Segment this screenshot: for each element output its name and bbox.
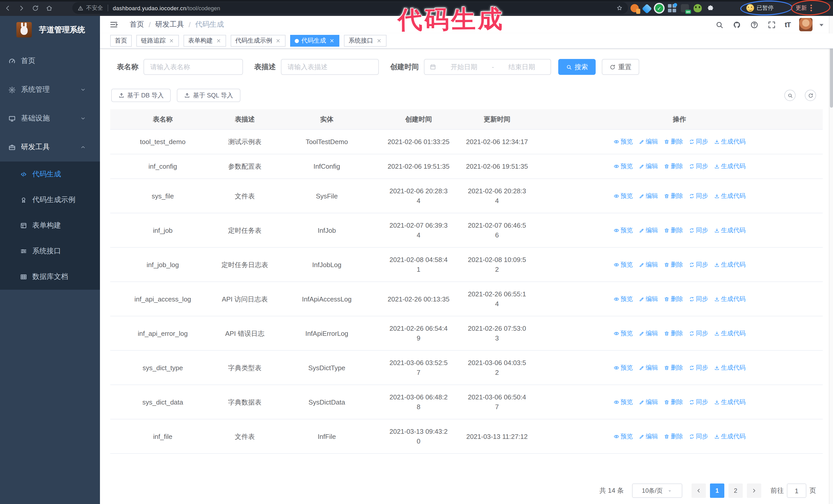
- action-预览[interactable]: 预览: [613, 431, 633, 441]
- extension-alien-icon[interactable]: [694, 4, 702, 12]
- browser-profile-chip[interactable]: 已暂停: [746, 3, 774, 13]
- search-icon[interactable]: [715, 20, 724, 29]
- tab-首页[interactable]: 首页: [110, 35, 132, 47]
- tab-close-icon[interactable]: [275, 38, 281, 44]
- search-button[interactable]: 搜索: [558, 59, 596, 75]
- action-同步[interactable]: 同步: [689, 397, 708, 407]
- import-db-button[interactable]: 基于 DB 导入: [111, 89, 171, 102]
- action-删除[interactable]: 删除: [664, 162, 683, 171]
- action-同步[interactable]: 同步: [689, 431, 708, 441]
- action-编辑[interactable]: 编辑: [639, 225, 658, 235]
- browser-home-button[interactable]: [45, 4, 54, 13]
- tab-系统接口[interactable]: 系统接口: [344, 35, 386, 47]
- action-删除[interactable]: 删除: [664, 225, 683, 235]
- tab-close-icon[interactable]: [168, 38, 174, 44]
- sidebar-item-系统管理[interactable]: 系统管理: [0, 75, 100, 104]
- sidebar-item-系统接口[interactable]: 系统接口: [0, 238, 100, 264]
- scrollbar-thumb[interactable]: [830, 41, 833, 108]
- action-同步[interactable]: 同步: [689, 162, 708, 171]
- action-同步[interactable]: 同步: [689, 260, 708, 269]
- action-预览[interactable]: 预览: [613, 260, 633, 269]
- action-生成代码[interactable]: 生成代码: [714, 397, 745, 407]
- tab-close-icon[interactable]: [215, 38, 221, 44]
- extension-dark-icon[interactable]: on: [681, 4, 689, 12]
- create-time-range-picker[interactable]: 开始日期 - 结束日期: [424, 59, 551, 75]
- action-生成代码[interactable]: 生成代码: [714, 191, 745, 201]
- page-button-1[interactable]: 1: [710, 483, 724, 498]
- action-同步[interactable]: 同步: [689, 329, 708, 338]
- action-预览[interactable]: 预览: [613, 363, 633, 373]
- action-编辑[interactable]: 编辑: [639, 260, 658, 269]
- action-生成代码[interactable]: 生成代码: [714, 363, 745, 373]
- user-avatar[interactable]: [799, 18, 812, 31]
- tab-链路追踪[interactable]: 链路追踪: [136, 35, 179, 47]
- action-编辑[interactable]: 编辑: [639, 329, 658, 338]
- browser-forward-button[interactable]: [17, 4, 26, 13]
- sidebar-item-研发工具[interactable]: 研发工具: [0, 133, 100, 162]
- avatar-caret-down-icon[interactable]: [817, 20, 826, 29]
- extension-gem-icon[interactable]: [642, 4, 652, 14]
- tab-代码生成示例[interactable]: 代码生成示例: [231, 35, 286, 47]
- tab-close-icon[interactable]: [329, 38, 335, 44]
- bookmark-star-icon[interactable]: [616, 5, 623, 11]
- tab-表单构建[interactable]: 表单构建: [184, 35, 226, 47]
- extension-orange-icon[interactable]: [630, 4, 639, 12]
- action-生成代码[interactable]: 生成代码: [714, 431, 745, 441]
- extension-puzzle-icon[interactable]: [706, 4, 715, 12]
- action-删除[interactable]: 删除: [664, 260, 683, 269]
- action-删除[interactable]: 删除: [664, 191, 683, 201]
- action-同步[interactable]: 同步: [689, 225, 708, 235]
- browser-back-button[interactable]: [3, 4, 12, 13]
- action-预览[interactable]: 预览: [613, 162, 633, 171]
- table-name-input[interactable]: [150, 63, 236, 71]
- action-编辑[interactable]: 编辑: [639, 397, 658, 407]
- refresh-table-button[interactable]: [805, 90, 816, 101]
- tab-close-icon[interactable]: [376, 38, 382, 44]
- page-button-2[interactable]: 2: [729, 483, 743, 498]
- action-删除[interactable]: 删除: [664, 397, 683, 407]
- action-编辑[interactable]: 编辑: [639, 431, 658, 441]
- goto-page-input[interactable]: [787, 483, 806, 498]
- action-同步[interactable]: 同步: [689, 363, 708, 373]
- action-预览[interactable]: 预览: [613, 329, 633, 338]
- address-bar[interactable]: 不安全 dashboard.yudao.iocoder.cn/tool/code…: [72, 2, 628, 14]
- action-同步[interactable]: 同步: [689, 191, 708, 201]
- fullscreen-icon[interactable]: [767, 20, 776, 29]
- next-page-button[interactable]: [747, 483, 761, 498]
- sidebar-item-代码生成[interactable]: 代码生成: [0, 162, 100, 187]
- action-删除[interactable]: 删除: [664, 363, 683, 373]
- action-生成代码[interactable]: 生成代码: [714, 162, 745, 171]
- extension-grid-icon[interactable]: [668, 4, 676, 12]
- extension-green-check-icon[interactable]: ✓: [655, 4, 663, 12]
- action-预览[interactable]: 预览: [613, 294, 633, 304]
- action-同步[interactable]: 同步: [689, 137, 708, 147]
- action-编辑[interactable]: 编辑: [639, 137, 658, 147]
- breadcrumb-item[interactable]: 研发工具: [155, 20, 184, 29]
- action-编辑[interactable]: 编辑: [639, 191, 658, 201]
- sidebar-item-基础设施[interactable]: 基础设施: [0, 104, 100, 133]
- sidebar-item-数据库文档[interactable]: 数据库文档: [0, 264, 100, 290]
- action-预览[interactable]: 预览: [613, 191, 633, 201]
- breadcrumb-item[interactable]: 首页: [130, 20, 144, 29]
- action-编辑[interactable]: 编辑: [639, 363, 658, 373]
- action-生成代码[interactable]: 生成代码: [714, 137, 745, 147]
- page-scrollbar[interactable]: [829, 16, 833, 504]
- sidebar-item-首页[interactable]: 首页: [0, 47, 100, 75]
- hamburger-icon[interactable]: [105, 20, 122, 29]
- action-同步[interactable]: 同步: [689, 294, 708, 304]
- action-编辑[interactable]: 编辑: [639, 162, 658, 171]
- action-预览[interactable]: 预览: [613, 397, 633, 407]
- action-生成代码[interactable]: 生成代码: [714, 294, 745, 304]
- import-sql-button[interactable]: 基于 SQL 导入: [177, 89, 240, 102]
- sidebar-item-表单构建[interactable]: 表单构建: [0, 213, 100, 238]
- action-删除[interactable]: 删除: [664, 137, 683, 147]
- table-desc-input[interactable]: [288, 63, 372, 71]
- sidebar-item-代码生成示例[interactable]: 代码生成示例: [0, 187, 100, 213]
- action-预览[interactable]: 预览: [613, 137, 633, 147]
- action-生成代码[interactable]: 生成代码: [714, 329, 745, 338]
- font-size-icon[interactable]: tT: [785, 21, 790, 29]
- toggle-search-button[interactable]: [784, 90, 795, 101]
- action-编辑[interactable]: 编辑: [639, 294, 658, 304]
- browser-menu-kebab-icon[interactable]: [810, 5, 812, 11]
- browser-update-chip[interactable]: 更新: [795, 3, 812, 13]
